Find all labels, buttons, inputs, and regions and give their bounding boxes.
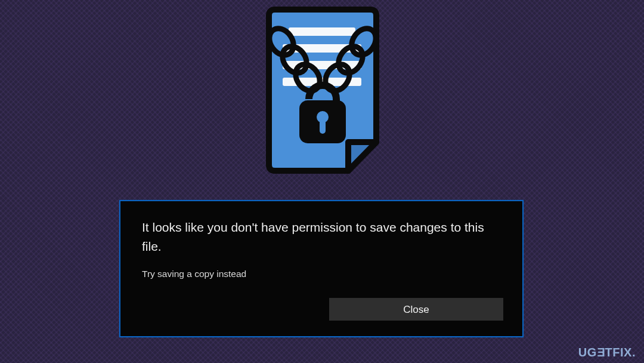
dialog-title: It looks like you don't have permission … [142,218,494,256]
svg-rect-0 [289,27,355,36]
dialog-subtitle: Try saving a copy instead [142,269,502,279]
permission-error-dialog: It looks like you don't have permission … [119,200,524,337]
watermark-brand: UGETFIX. [578,346,636,359]
watermark-text-pre: UG [578,346,597,359]
svg-rect-12 [320,119,326,134]
locked-document-illustration [260,5,385,186]
watermark-text-post: TFIX. [605,346,636,359]
document-lock-icon [260,5,385,184]
watermark-text-flip: E [597,346,605,359]
close-button[interactable]: Close [329,298,503,321]
